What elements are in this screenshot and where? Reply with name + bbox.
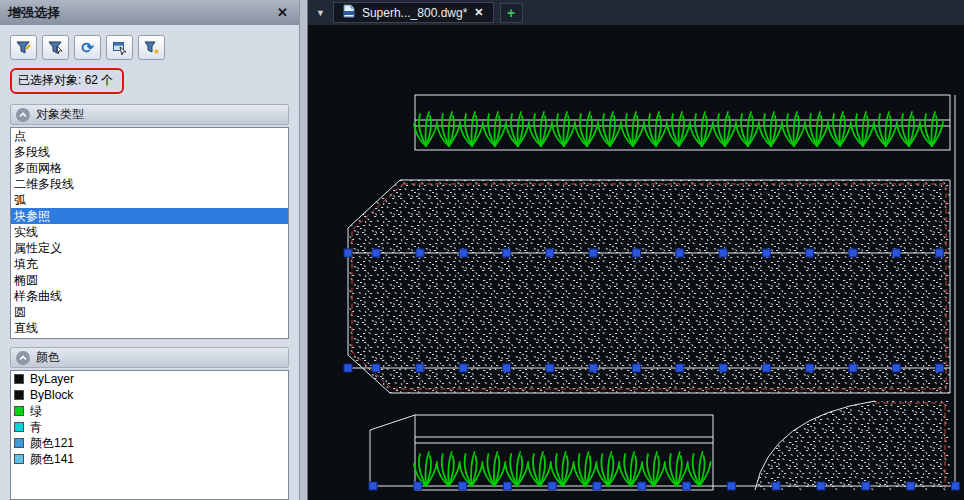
object-type-item[interactable]: 多面网格 [11,160,288,176]
color-item[interactable]: ByBlock [11,387,288,403]
color-item-label: 绿 [30,403,42,419]
selection-grip [907,482,915,490]
selection-grip [372,364,380,372]
object-type-item[interactable]: 属性定义 [11,240,288,256]
selection-grip [548,482,556,490]
object-type-item[interactable]: 二维多段线 [11,176,288,192]
plus-icon: + [507,5,515,21]
selection-grip [459,249,467,257]
selection-grip [503,482,511,490]
object-type-item[interactable]: 弧 [11,192,288,208]
dwg-file-icon [342,4,356,21]
selection-grip [762,364,770,372]
color-list[interactable]: ByLayerByBlock绿青颜色121颜色141 [10,370,289,500]
tab-list-dropdown-icon[interactable]: ▼ [314,8,327,18]
selection-grip [589,249,597,257]
color-swatch [14,422,24,432]
selection-grip [719,249,727,257]
color-item-label: 颜色121 [30,435,74,451]
document-tab-bar: ▼ Superh..._800.dwg* ✕ + [308,0,964,25]
panel-splitter[interactable] [300,0,308,500]
selection-grip [817,482,825,490]
selection-grip [762,249,770,257]
funnel-cursor-icon [48,40,64,56]
selection-grip [892,249,900,257]
document-tab[interactable]: Superh..._800.dwg* ✕ [333,2,494,23]
refresh-icon: ⟳ [81,40,94,55]
selection-grip [503,364,511,372]
panel-body: ⟳ ★ 已选择对象: 62 个 对象类型 [0,25,299,500]
selection-grip [951,482,959,490]
select-with-filter-button[interactable] [42,35,69,60]
tab-close-icon[interactable]: ✕ [473,6,484,19]
object-type-item[interactable]: 样条曲线 [11,288,288,304]
selection-grip [593,482,601,490]
color-item[interactable]: 颜色121 [11,435,288,451]
collapse-chevron-icon[interactable] [16,108,30,122]
selection-grip [719,364,727,372]
panel-title: 增强选择 [8,4,274,22]
color-swatch [14,438,24,448]
selection-grip [727,482,735,490]
selection-toolbar: ⟳ ★ [10,35,289,60]
color-item[interactable]: ByLayer [11,371,288,387]
selection-grip [936,249,944,257]
color-item[interactable]: 颜色141 [11,451,288,467]
funnel-star-icon: ★ [144,40,160,56]
cad-drawing [308,25,964,500]
selection-grip [546,249,554,257]
color-item-label: 颜色141 [30,451,74,467]
object-type-item[interactable]: 块参照 [11,208,288,224]
selection-grip [683,482,691,490]
object-type-list[interactable]: 点多段线多面网格二维多段线弧块参照实线属性定义填充椭圆样条曲线圆直线 [10,127,289,339]
object-type-item[interactable]: 点 [11,128,288,144]
selection-grip [369,482,377,490]
document-tab-label: Superh..._800.dwg* [362,6,467,20]
selection-count-status: 已选择对象: 62 个 [10,68,124,94]
color-item[interactable]: 青 [11,419,288,435]
selection-grip [772,482,780,490]
color-item[interactable]: 绿 [11,403,288,419]
selection-grip [806,249,814,257]
cad-application-window: 增强选择 ✕ ⟳ [0,0,964,500]
selection-grip [344,364,352,372]
collapse-chevron-icon[interactable] [16,351,30,365]
selection-grip [459,364,467,372]
cad-canvas[interactable] [308,25,964,500]
new-filter-button[interactable] [10,35,37,60]
selection-grip [344,249,352,257]
funnel-pencil-icon [16,40,32,56]
selection-grip [459,482,467,490]
selection-grip [892,364,900,372]
panel-titlebar: 增强选择 ✕ [0,0,299,25]
object-type-item[interactable]: 填充 [11,256,288,272]
object-type-item[interactable]: 椭圆 [11,272,288,288]
color-section-header[interactable]: 颜色 [10,347,289,368]
object-type-item[interactable]: 实线 [11,224,288,240]
object-type-section-label: 对象类型 [36,106,84,123]
selection-grip [676,249,684,257]
object-type-section-header[interactable]: 对象类型 [10,104,289,125]
selection-grip [633,364,641,372]
filter-favorites-button[interactable]: ★ [138,35,165,60]
object-type-item[interactable]: 多段线 [11,144,288,160]
selection-grip [638,482,646,490]
selection-grip [589,364,597,372]
selection-grip [936,364,944,372]
refresh-selection-button[interactable]: ⟳ [74,35,101,60]
object-type-item[interactable]: 圆 [11,304,288,320]
window-cursor-icon [112,40,128,56]
color-item-label: ByLayer [30,371,74,387]
color-swatch [14,406,24,416]
object-type-item[interactable]: 直线 [11,320,288,336]
selection-grip [806,364,814,372]
select-window-button[interactable] [106,35,133,60]
color-swatch [14,390,24,400]
selection-grip [676,364,684,372]
new-tab-button[interactable]: + [500,3,523,23]
selection-grip [633,249,641,257]
color-item-label: ByBlock [30,387,73,403]
color-swatch [14,454,24,464]
enhanced-selection-panel: 增强选择 ✕ ⟳ [0,0,300,500]
panel-close-icon[interactable]: ✕ [274,5,291,20]
